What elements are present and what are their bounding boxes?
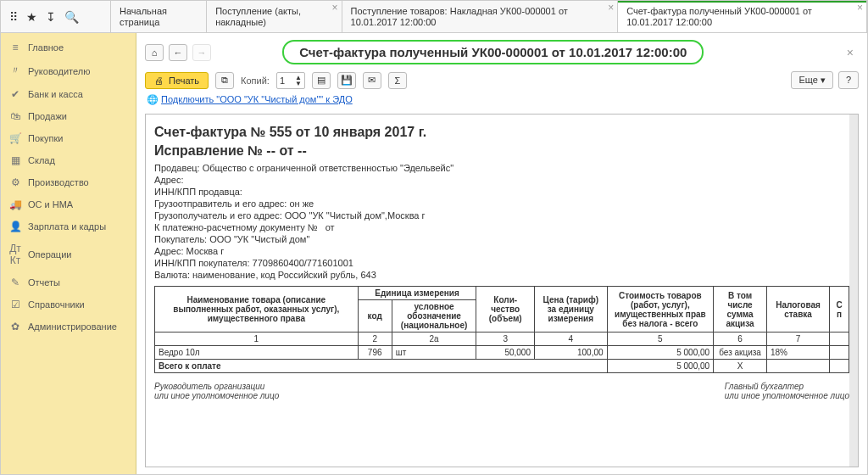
nav-label: ОС и НМА (28, 199, 73, 210)
invoice-correction: Исправление № -- от -- (154, 143, 849, 159)
sum-button[interactable]: Σ (388, 72, 407, 89)
nav-icon: 🚚 (9, 198, 21, 210)
close-icon[interactable]: × (842, 46, 859, 59)
search-icon[interactable]: 🔍 (64, 10, 79, 24)
sidebar-item-7[interactable]: 🚚ОС и НМА (1, 193, 136, 215)
nav-icon: ☑ (9, 299, 21, 310)
save-button[interactable]: 💾 (337, 72, 356, 89)
sidebar-item-0[interactable]: ≡Главное (1, 36, 136, 59)
tab-2[interactable]: Поступление товаров: Накладная УК00-0000… (342, 1, 619, 32)
sidebar-item-3[interactable]: 🛍Продажи (1, 105, 136, 127)
print-label: Печать (169, 75, 199, 86)
system-icons: ⠿ ★ ↧ 🔍 (1, 1, 111, 32)
back-button[interactable]: ← (169, 44, 187, 61)
nav-icon: ⚙ (9, 176, 21, 188)
sidebar-item-5[interactable]: ▦Склад (1, 149, 136, 171)
sidebar-item-6[interactable]: ⚙Производство (1, 171, 136, 193)
nav-icon: Дт Кт (9, 243, 21, 266)
tab-0[interactable]: Начальная страница (111, 1, 207, 32)
invoice-meta: Продавец: Общество с ограниченной ответс… (154, 162, 849, 281)
nav-label: Склад (28, 155, 55, 165)
favorite-icon[interactable]: ★ (26, 10, 37, 24)
edo-link[interactable]: Подключить "ООО "УК "Чистый дом"" к ЭДО (161, 94, 353, 104)
nav-icon: 🛍 (9, 110, 21, 122)
nav-icon: ✿ (9, 321, 21, 332)
nav-label: Зарплата и кадры (28, 221, 106, 232)
signature-right: Главный бухгалтер или иное уполномоченно… (725, 382, 849, 400)
nav-icon: 🛒 (9, 132, 21, 144)
apps-icon[interactable]: ⠿ (9, 10, 18, 24)
nav-label: Администрирование (28, 321, 117, 332)
tab-1[interactable]: Поступление (акты, накладные)× (207, 1, 342, 32)
tab-close-icon[interactable]: × (857, 3, 863, 14)
sidebar-item-4[interactable]: 🛒Покупки (1, 127, 136, 149)
nav-label: Производство (28, 177, 89, 187)
document-preview[interactable]: Счет-фактура № 555 от 10 января 2017 г. … (145, 114, 859, 467)
nav-icon: ✎ (9, 277, 21, 288)
home-button[interactable]: ⌂ (145, 44, 164, 61)
main-nav: ≡Главное〃Руководителю✔Банк и касса🛍Прода… (1, 33, 136, 474)
sidebar-item-2[interactable]: ✔Банк и касса (1, 83, 136, 105)
sidebar-item-9[interactable]: Дт КтОперации (1, 238, 136, 271)
printer-icon: 🖨 (154, 75, 164, 86)
nav-label: Руководителю (28, 66, 90, 76)
nav-label: Главное (28, 42, 64, 53)
copy-button[interactable]: ⧉ (215, 72, 234, 89)
tab-3[interactable]: Счет-фактура полученный УК00-000001 от 1… (618, 1, 867, 32)
nav-icon: ✔ (9, 88, 21, 100)
tab-close-icon[interactable]: × (608, 3, 614, 14)
sidebar-item-11[interactable]: ☑Справочники (1, 293, 136, 316)
more-button[interactable]: Еще ▾ (791, 71, 832, 89)
print-button[interactable]: 🖨 Печать (145, 72, 209, 89)
email-button[interactable]: ✉ (363, 72, 381, 89)
copies-stepper[interactable]: 1▲▼ (276, 72, 305, 89)
invoice-title: Счет-фактура № 555 от 10 января 2017 г. (154, 125, 849, 140)
globe-icon: 🌐 (147, 94, 161, 104)
page-title: Счет-фактура полученный УК00-000001 от 1… (282, 40, 704, 64)
sidebar-item-8[interactable]: 👤Зарплата и кадры (1, 215, 136, 238)
nav-icon: 〃 (9, 64, 21, 78)
nav-label: Покупки (28, 133, 63, 143)
sidebar-item-1[interactable]: 〃Руководителю (1, 59, 136, 83)
copies-label: Копий: (241, 75, 270, 86)
invoice-table: Наименование товара (описание выполненны… (154, 286, 849, 373)
help-button[interactable]: ? (838, 71, 859, 89)
signature-left: Руководитель организации или иное уполно… (154, 382, 279, 400)
sidebar-item-12[interactable]: ✿Администрирование (1, 316, 136, 338)
tab-close-icon[interactable]: × (332, 3, 338, 14)
nav-label: Отчеты (28, 277, 60, 288)
tab-bar: Начальная страницаПоступление (акты, нак… (111, 1, 867, 32)
nav-label: Справочники (28, 299, 85, 310)
history-icon[interactable]: ↧ (46, 10, 56, 24)
edo-link-row: 🌐 Подключить "ООО "УК "Чистый дом"" к ЭД… (136, 94, 867, 110)
sidebar-item-10[interactable]: ✎Отчеты (1, 271, 136, 293)
forward-button[interactable]: → (192, 44, 211, 61)
preview-button[interactable]: ▤ (312, 72, 331, 89)
nav-icon: 👤 (9, 221, 21, 232)
nav-label: Операции (28, 249, 71, 260)
nav-icon: ▦ (9, 154, 21, 166)
nav-label: Банк и касса (28, 89, 83, 99)
nav-icon: ≡ (9, 42, 21, 53)
nav-label: Продажи (28, 111, 67, 121)
